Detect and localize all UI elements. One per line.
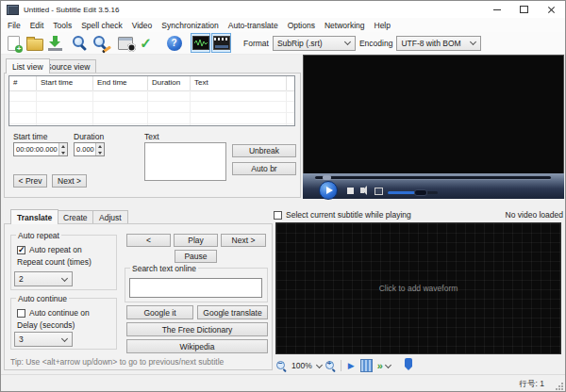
menu-bar: File Edit Tools Spell check Video Synchr…	[1, 18, 565, 32]
auto-continue-checkbox-label: Auto continue on	[29, 308, 90, 318]
table-header-row: # Start time End time Duration Text	[9, 76, 294, 91]
zoom-out-icon[interactable]	[275, 360, 288, 372]
spin-down-icon	[96, 150, 104, 156]
tab-create[interactable]: Create	[57, 210, 94, 224]
spell-check-icon[interactable]	[136, 33, 156, 53]
menu-help[interactable]: Help	[370, 18, 395, 32]
app-icon	[7, 5, 19, 15]
table-body[interactable]	[9, 90, 294, 125]
menu-tools[interactable]: Tools	[48, 18, 76, 32]
subtitle-text-input[interactable]	[144, 142, 226, 181]
toggle-waveform-icon[interactable]	[191, 33, 210, 53]
chevron-down-icon	[344, 39, 351, 45]
tip-text: Tip: Use <alt+arrow up/down> to go to pr…	[10, 357, 224, 367]
video-display[interactable]	[303, 55, 564, 173]
column-duration[interactable]: Duration	[148, 76, 191, 90]
minimize-button[interactable]	[483, 1, 510, 18]
chevron-down-icon	[470, 39, 476, 45]
menu-options[interactable]: Options	[283, 18, 320, 32]
column-number[interactable]: #	[9, 76, 37, 90]
stop-icon[interactable]	[347, 188, 354, 194]
zoom-in-icon[interactable]	[325, 360, 337, 372]
replace-icon[interactable]	[91, 33, 110, 53]
start-time-spinner[interactable]: 00:00:00.000	[13, 142, 68, 156]
encoding-select[interactable]: UTF-8 with BOM	[396, 36, 481, 51]
volume-fill	[388, 191, 416, 194]
duration-spinner[interactable]: 0.000	[74, 142, 105, 156]
seek-bar[interactable]	[315, 176, 551, 179]
prev-subtitle-button[interactable]: < Prev	[13, 174, 47, 188]
unbreak-button[interactable]: Unbreak	[232, 144, 296, 157]
next-button[interactable]: Next >	[221, 234, 266, 247]
repeat-count-select[interactable]: 2	[14, 271, 73, 286]
tab-list-view[interactable]: List view	[6, 58, 50, 74]
menu-synchronization[interactable]: Synchronization	[157, 18, 223, 32]
main-toolbar: Format SubRip (.srt) Encoding UTF-8 with…	[1, 32, 565, 55]
menu-spell-check[interactable]: Spell check	[76, 18, 126, 32]
auto-continue-checkbox[interactable]	[17, 309, 25, 318]
column-end-time[interactable]: End time	[93, 76, 148, 90]
volume-icon[interactable]	[360, 188, 364, 193]
text-label: Text	[144, 132, 159, 141]
fullscreen-icon[interactable]	[375, 188, 383, 195]
search-online-input[interactable]	[129, 278, 262, 298]
format-select[interactable]: SubRip (.srt)	[273, 36, 356, 51]
menu-file[interactable]: File	[3, 18, 25, 32]
volume-slider[interactable]	[388, 191, 438, 194]
chevron-down-icon[interactable]	[385, 361, 391, 368]
find-icon[interactable]	[70, 33, 90, 53]
position-marker-icon[interactable]	[405, 358, 412, 367]
google-it-button[interactable]: Google it	[126, 305, 193, 319]
help-icon[interactable]	[164, 33, 184, 53]
auto-repeat-checkbox[interactable]	[17, 246, 25, 254]
spin-down-icon	[59, 150, 67, 156]
waveform-canvas[interactable]: Click to add waveform	[275, 222, 561, 354]
google-translate-button[interactable]: Google translate	[197, 305, 268, 319]
open-file-icon[interactable]	[25, 33, 44, 53]
delay-select[interactable]: 3	[14, 332, 73, 347]
waveform-placeholder: Click to add waveform	[276, 284, 560, 293]
chevron-down-icon	[61, 274, 68, 281]
maximize-button[interactable]	[510, 1, 538, 18]
waveform-zoom-value[interactable]: 100%	[291, 361, 312, 370]
play-icon[interactable]	[319, 181, 338, 200]
back-button[interactable]: <	[126, 234, 171, 247]
wikipedia-button[interactable]: Wikipedia	[126, 339, 268, 353]
delay-label: Delay (seconds)	[17, 320, 75, 330]
visual-sync-icon[interactable]	[115, 33, 135, 53]
column-text[interactable]: Text	[191, 76, 287, 90]
free-dictionary-button[interactable]: The Free Dictionary	[126, 322, 268, 336]
column-start-time[interactable]: Start time	[37, 76, 93, 90]
play-button[interactable]: Play	[174, 234, 218, 247]
format-label: Format	[243, 39, 269, 48]
pause-button[interactable]: Pause	[175, 250, 217, 263]
waveform-play-icon[interactable]: ▶	[348, 361, 355, 370]
select-subtitle-label: Select current subtitle while playing	[286, 210, 411, 220]
chevron-down-icon	[61, 335, 68, 341]
volume-handle[interactable]	[414, 189, 427, 196]
duration-label: Duration	[74, 132, 104, 141]
search-online-title: Search text online	[130, 264, 198, 273]
save-file-icon[interactable]	[45, 33, 65, 53]
no-video-status: No video loaded	[444, 210, 563, 220]
close-button[interactable]	[538, 1, 565, 18]
window-title: Untitled - Subtitle Edit 3.5.16	[24, 6, 119, 14]
waveform-toolbar: 100% ▶ »	[275, 357, 564, 374]
subtitle-table[interactable]: # Start time End time Duration Text	[8, 75, 295, 126]
next-subtitle-button[interactable]: Next >	[52, 174, 87, 188]
menu-networking[interactable]: Networking	[320, 18, 370, 32]
menu-video[interactable]: Video	[127, 18, 158, 32]
tab-adjust[interactable]: Adjust	[92, 210, 128, 224]
resize-grip-icon[interactable]	[558, 385, 560, 387]
new-file-icon[interactable]	[4, 33, 24, 53]
auto-br-button[interactable]: Auto br	[232, 162, 296, 175]
tab-translate[interactable]: Translate	[10, 209, 58, 224]
toggle-video-icon[interactable]	[211, 33, 231, 53]
vertical-zoom-icon[interactable]	[360, 359, 373, 372]
menu-edit[interactable]: Edit	[25, 18, 49, 32]
menu-auto-translate[interactable]: Auto-translate	[224, 18, 283, 32]
seek-thumb[interactable]	[323, 175, 331, 180]
select-subtitle-checkbox[interactable]	[274, 211, 282, 220]
playback-speed-icon[interactable]: »	[377, 360, 382, 371]
chevron-down-icon[interactable]	[316, 361, 323, 368]
